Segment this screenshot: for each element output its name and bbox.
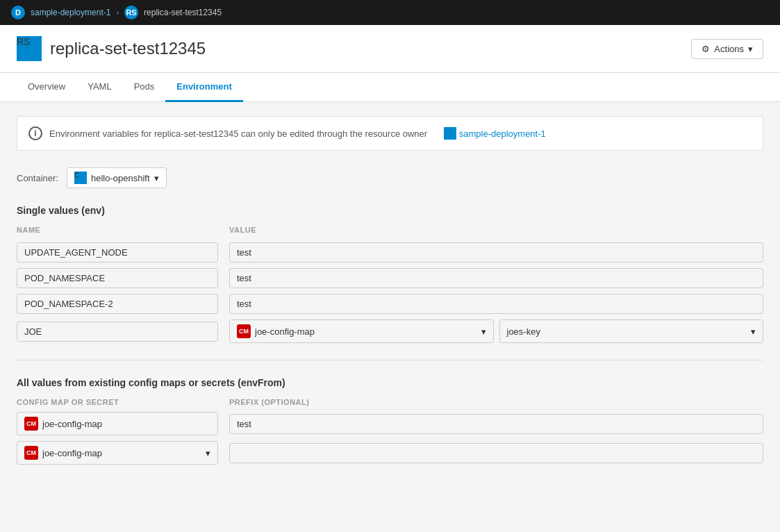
tab-yaml[interactable]: YAML [76, 73, 122, 102]
envfrom-prefix-input[interactable] [229, 414, 763, 434]
col-value-header: VALUE [229, 226, 763, 234]
env-configmap-select-inner: CM joe-config-map [237, 324, 315, 338]
breadcrumb-parent-link[interactable]: sample-deployment-1 [31, 8, 110, 17]
actions-chevron-icon: ▾ [748, 44, 753, 54]
configmap-name: joe-config-map [255, 326, 315, 337]
env-col-headers: NAME VALUE [17, 226, 763, 237]
col-name-header: NAME [17, 226, 218, 234]
env-configmap-group: CM joe-config-map ▾ joes-key ▾ [229, 319, 763, 343]
tabs-bar: Overview YAML Pods Environment [0, 73, 780, 102]
envfrom-chevron-icon: ▾ [206, 448, 210, 458]
section-divider [17, 360, 763, 360]
envfrom-title: All values from existing config maps or … [17, 377, 763, 388]
envfrom-configmap-static: CM joe-config-map [17, 412, 218, 435]
container-row: Container: C hello-openshift ▾ [17, 167, 763, 188]
envfrom-col-headers: CONFIG MAP or SECRET PREFIX (OPTIONAL) [17, 398, 763, 406]
page-title: replica-set-test12345 [50, 39, 206, 58]
gear-icon: ⚙ [702, 44, 710, 54]
env-name-input[interactable] [17, 294, 218, 314]
page-header-left: RS replica-set-test12345 [17, 36, 206, 61]
envfrom-prefix-input-2[interactable] [229, 443, 763, 463]
list-item: CM joe-config-map [17, 412, 763, 435]
env-value-input[interactable] [229, 294, 763, 314]
breadcrumb-chevron: › [116, 8, 119, 17]
top-nav: D sample-deployment-1 › RS replica-set-t… [0, 0, 780, 25]
info-icon: i [28, 126, 42, 140]
page-badge: RS [17, 36, 42, 61]
main-content: i Environment variables for replica-set-… [0, 102, 780, 484]
container-label: Container: [17, 173, 58, 183]
envfrom-configmap-name: joe-config-map [42, 419, 102, 429]
container-badge: C [74, 172, 87, 184]
env-name-input[interactable] [17, 242, 218, 263]
env-key-name: joes-key [507, 326, 540, 337]
envfrom-configmap-inner-2: CM joe-config-map [24, 446, 102, 460]
envfrom-badge-2: CM [24, 446, 38, 460]
env-key-chevron-icon: ▾ [751, 326, 756, 337]
tab-overview[interactable]: Overview [17, 73, 76, 102]
col-configmap-header: CONFIG MAP or SECRET [17, 398, 218, 406]
envfrom-configmap-inner: CM joe-config-map [24, 417, 102, 431]
breadcrumb-current: replica-set-test12345 [144, 8, 222, 17]
container-name: hello-openshift [91, 173, 150, 183]
info-banner: i Environment variables for replica-set-… [17, 116, 763, 151]
breadcrumb-current-badge: RS [124, 6, 138, 19]
env-name-input[interactable] [17, 268, 218, 288]
table-row [17, 268, 763, 288]
page-header: RS replica-set-test12345 ⚙ Actions ▾ [0, 25, 780, 73]
configmap-chevron-icon: ▾ [481, 326, 486, 337]
list-item: CM joe-config-map ▾ [17, 441, 763, 465]
env-name-input[interactable] [17, 322, 218, 342]
table-row [17, 294, 763, 314]
info-banner-message: Environment variables for replica-set-te… [49, 128, 427, 139]
single-values-title: Single values (env) [17, 205, 763, 216]
tab-pods[interactable]: Pods [123, 73, 166, 102]
info-link-text: sample-deployment-1 [459, 128, 546, 139]
table-row: CM joe-config-map ▾ joes-key ▾ [17, 319, 763, 343]
breadcrumb-parent-badge: D [11, 6, 25, 19]
envfrom-badge: CM [24, 417, 38, 431]
actions-label: Actions [714, 44, 744, 54]
env-value-input[interactable] [229, 242, 763, 263]
env-value-input[interactable] [229, 268, 763, 288]
envfrom-configmap-name-2: joe-config-map [42, 448, 102, 458]
info-link-badge: D [444, 127, 456, 140]
info-banner-link[interactable]: D sample-deployment-1 [444, 127, 546, 140]
env-key-select[interactable]: joes-key ▾ [499, 319, 764, 343]
container-select[interactable]: C hello-openshift ▾ [67, 167, 167, 188]
actions-button[interactable]: ⚙ Actions ▾ [691, 39, 763, 59]
envfrom-configmap-select[interactable]: CM joe-config-map ▾ [17, 441, 218, 465]
configmap-badge: CM [237, 324, 251, 338]
env-rows: CM joe-config-map ▾ joes-key ▾ [17, 242, 763, 343]
col-prefix-header: PREFIX (OPTIONAL) [229, 398, 763, 406]
env-configmap-select[interactable]: CM joe-config-map ▾ [229, 319, 494, 343]
tab-environment[interactable]: Environment [165, 73, 242, 102]
table-row [17, 242, 763, 263]
container-chevron-icon: ▾ [154, 173, 159, 183]
